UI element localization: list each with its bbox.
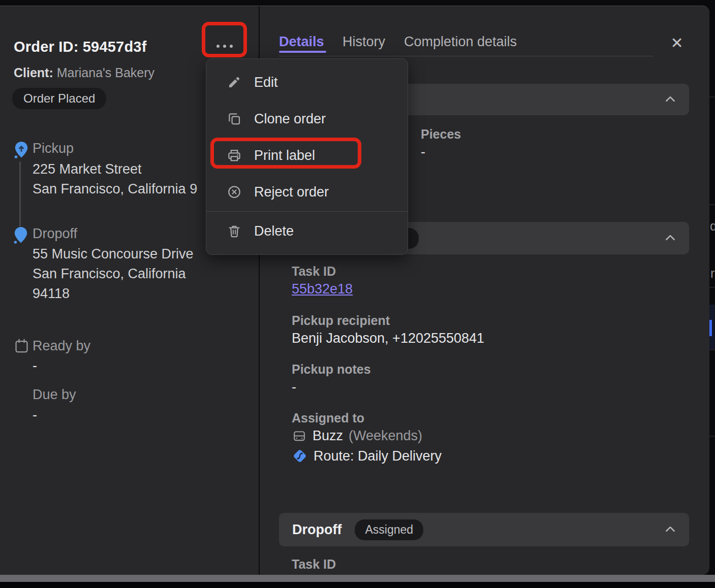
driver-name[interactable]: Buzz [313,428,343,444]
order-actions-menu: Edit Clone order Print label Reject or [206,58,408,255]
pieces-label: Pieces [421,127,461,142]
menu-item-label: Edit [254,75,278,90]
assigned-to-label: Assigned to [292,411,364,426]
dropoff-address-line2: San Francisco, California [33,266,186,282]
client-name: Mariana's Bakery [57,66,154,80]
chevron-up-icon[interactable] [664,523,677,536]
route-name[interactable]: Route: Daily Delivery [314,448,442,464]
background-page-strip: d r [709,0,715,588]
pickup-address-line1: 225 Market Street [33,161,142,177]
assigned-driver-row: Buzz (Weekends) [292,428,422,444]
menu-divider [206,211,408,212]
dropoff-task-id-label: Task ID [292,557,336,572]
menu-item-label: Clone order [254,111,326,127]
menu-item-label: Delete [254,223,294,239]
assigned-route-row: Route: Daily Delivery [292,448,442,464]
pickup-task-id-label: Task ID [292,264,336,279]
menu-item-print-label[interactable]: Print label [206,137,408,174]
vehicle-icon [292,429,307,443]
chevron-up-icon[interactable] [664,93,677,106]
active-tab-underline [279,51,326,53]
reject-icon [227,184,242,200]
order-status-badge: Order Placed [12,88,106,109]
client-label: Client: [14,66,53,80]
background-row-divider [709,436,715,437]
pickup-recipient-label: Pickup recipient [292,313,390,328]
dropoff-address-line1: 55 Music Concourse Drive [33,246,194,262]
pickup-notes-value: - [292,379,296,395]
ellipsis-icon [216,45,233,48]
menu-item-label: Reject order [254,184,329,200]
background-row-divider [709,349,715,350]
close-icon[interactable]: ✕ [667,32,687,53]
trash-icon [227,223,242,239]
due-by-value: - [33,407,37,423]
background-row-divider [709,204,715,205]
dropoff-status-badge: Assigned [355,519,423,540]
pickup-task-id-link[interactable]: 55b32e18 [292,281,353,297]
ready-by-value: - [33,358,37,374]
order-id-title: Order ID: 59457d3f [14,39,147,55]
dropoff-label: Dropoff [33,226,77,242]
menu-item-label: Print label [254,148,315,164]
tab-completion-details[interactable]: Completion details [404,34,517,50]
route-icon [292,448,308,464]
horizontal-scrollbar[interactable] [0,575,715,582]
dropoff-pin-icon [14,226,28,244]
bottom-bezel [0,582,715,588]
pickup-recipient-value: Benji Jacobson, +12025550841 [292,331,484,346]
pieces-value: - [421,144,425,160]
tab-details[interactable]: Details [279,34,324,50]
tabs-divider [279,56,654,56]
more-actions-button[interactable] [205,31,244,60]
pickup-label: Pickup [33,141,74,156]
pencil-icon [227,75,242,90]
driver-team: (Weekends) [349,428,422,444]
client-line: Client: Mariana's Bakery [14,66,154,80]
printer-icon [227,148,242,163]
dropoff-section-header[interactable]: Dropoff Assigned [279,513,689,546]
tab-history[interactable]: History [343,34,385,50]
pickup-pin-icon [14,141,28,158]
calendar-icon [15,339,28,353]
background-text-fragment: d [710,219,715,234]
dropoff-section-title: Dropoff [292,522,341,538]
clone-icon [227,111,242,126]
due-by-label: Due by [33,387,76,403]
route-connector-line [19,161,21,226]
menu-item-delete[interactable]: Delete [206,213,408,249]
dropoff-address-line3: 94118 [33,286,70,302]
background-row-divider [709,96,715,97]
pickup-address-line2: San Francisco, California 9 [33,181,197,197]
background-selection-bar [709,320,712,336]
background-row-divider [709,287,715,288]
pickup-notes-label: Pickup notes [292,362,371,377]
menu-item-edit[interactable]: Edit [206,64,408,101]
menu-item-clone-order[interactable]: Clone order [206,101,408,137]
menu-item-reject-order[interactable]: Reject order [206,174,408,210]
ready-by-label: Ready by [33,338,90,354]
chevron-up-icon[interactable] [664,232,677,245]
order-detail-screen: d r Order ID: 59457d3f Client: Mariana's… [0,0,715,588]
background-text-fragment: r [710,266,714,281]
